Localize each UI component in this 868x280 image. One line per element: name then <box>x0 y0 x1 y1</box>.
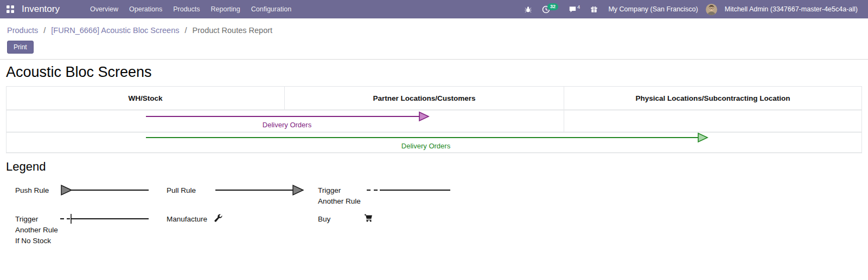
column-header-subcontracting: Physical Locations/Subcontracting Locati… <box>564 87 861 109</box>
route-row-1: Delivery Orders <box>7 110 861 133</box>
trigger-if-no-stock-line-glyph <box>60 213 150 225</box>
route-label: Delivery Orders <box>145 121 429 129</box>
gift-icon <box>590 5 598 13</box>
menu-item-operations[interactable]: Operations <box>125 0 167 18</box>
main-menu: Overview Operations Products Reporting C… <box>86 0 296 18</box>
apps-menu-button[interactable] <box>0 0 21 18</box>
column-header-wh-stock: WH/Stock <box>7 87 285 109</box>
legend-label-trigger-if-no-stock: Trigger Another Rule If No Stock <box>15 214 58 246</box>
app-name[interactable]: Inventory <box>22 4 60 15</box>
activities-button[interactable]: 32 <box>539 0 561 18</box>
legend-label-pull-rule: Pull Rule <box>167 185 196 196</box>
route-cell-wh-to-customers: Delivery Orders <box>7 110 564 132</box>
bug-icon <box>525 5 532 13</box>
page-title: Acoustic Bloc Screens <box>6 64 868 81</box>
legend-label-trigger-another-rule: Trigger Another Rule <box>318 185 361 207</box>
legend-label-buy: Buy <box>318 214 330 225</box>
breadcrumb-link-products[interactable]: Products <box>7 26 38 35</box>
route-label: Delivery Orders <box>145 142 707 150</box>
messages-button[interactable]: 4 <box>566 0 583 18</box>
message-count: 4 <box>577 4 580 10</box>
breadcrumb: Products / [FURN_6666] Acoustic Bloc Scr… <box>0 18 868 35</box>
company-switcher[interactable]: My Company (San Francisco) <box>605 5 700 13</box>
chat-bubble-icon <box>569 5 577 13</box>
cart-icon <box>364 213 373 222</box>
print-button[interactable]: Print <box>7 41 34 54</box>
push-rule-arrow-glyph <box>60 184 150 196</box>
breadcrumb-current: Product Routes Report <box>193 26 273 35</box>
apps-grid-icon <box>7 5 14 13</box>
legend-label-push-rule: Push Rule <box>15 185 49 196</box>
trigger-another-rule-line-glyph <box>367 184 451 196</box>
activity-count-badge: 32 <box>547 3 558 10</box>
menu-item-configuration[interactable]: Configuration <box>247 0 296 18</box>
breadcrumb-separator: / <box>185 26 187 35</box>
menu-item-overview[interactable]: Overview <box>86 0 123 18</box>
debug-bug-button[interactable] <box>522 0 534 18</box>
breadcrumb-separator: / <box>43 26 46 35</box>
routes-table: WH/Stock Partner Locations/Customers Phy… <box>6 86 862 153</box>
legend-title: Legend <box>6 160 46 174</box>
legend-label-manufacture: Manufacture <box>167 214 207 225</box>
avatar[interactable] <box>706 4 717 15</box>
route-cell-empty <box>564 110 861 132</box>
wrench-icon <box>214 213 222 222</box>
breadcrumb-link-product[interactable]: [FURN_6666] Acoustic Bloc Screens <box>51 26 179 35</box>
gift-button[interactable] <box>588 0 601 18</box>
routes-table-header: WH/Stock Partner Locations/Customers Phy… <box>7 87 861 110</box>
user-menu[interactable]: Mitchell Admin (3347667-master-4e5c4a-al… <box>722 5 860 13</box>
menu-item-reporting[interactable]: Reporting <box>207 0 245 18</box>
control-panel-divider <box>0 59 868 60</box>
user-avatar-image <box>706 4 717 15</box>
route-row-2: Delivery Orders <box>7 133 861 153</box>
top-navbar: Inventory Overview Operations Products R… <box>0 0 868 18</box>
legend-section: Legend Push Rule Pull Rule Trigger Anoth… <box>0 153 868 280</box>
menu-item-products[interactable]: Products <box>169 0 204 18</box>
column-header-partner-customers: Partner Locations/Customers <box>285 87 564 109</box>
pull-rule-arrow-glyph <box>214 184 304 196</box>
